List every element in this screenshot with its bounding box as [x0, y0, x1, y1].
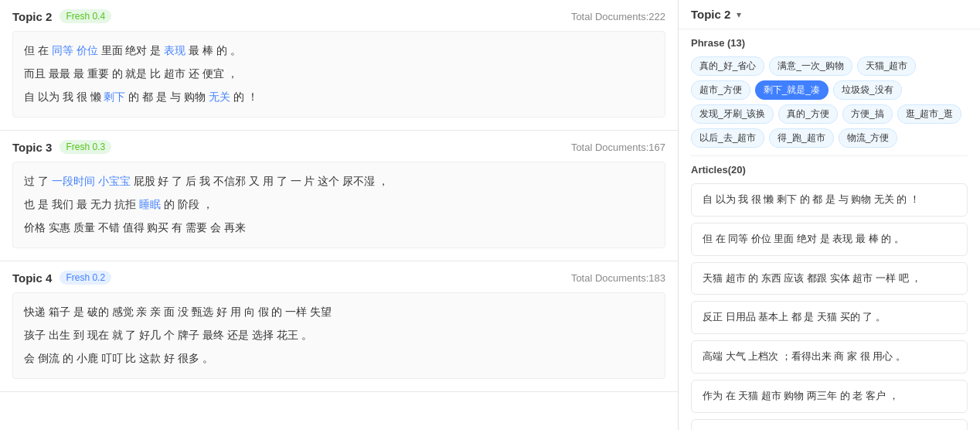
right-panel: Topic 2 ▾ Phrase (13) 真的_好_省心满意_一次_购物天猫_…	[679, 0, 980, 430]
normal-text: 自 以为 我 很 懒	[24, 90, 104, 103]
topic-card-topic-3: Topic 3Fresh 0.3Total Documents:167过 了 一…	[0, 131, 678, 261]
normal-text: 的 阶段 ，	[161, 198, 213, 210]
articles-section: 自 以为 我 很 懒 剩下 的 都 是 与 购物 无关 的 ！但 在 同等 价位…	[679, 180, 980, 430]
normal-text: 的 都 是 与 购物	[125, 90, 208, 103]
article-card: 自 以为 我 很 懒 剩下 的 都 是 与 购物 无关 的 ！	[691, 183, 968, 217]
topic-content: 快递 箱子 是 破的 感觉 亲 亲 面 没 甄选 好 用 向 假 的 一样 失望…	[12, 292, 665, 379]
phrases-container: 真的_好_省心满意_一次_购物天猫_超市超市_方便剩下_就是_凑垃圾袋_没有发现…	[679, 53, 980, 155]
phrase-tag[interactable]: 垃圾袋_没有	[833, 80, 902, 100]
topic-header: Topic 2Fresh 0.4Total Documents:222	[12, 9, 665, 23]
topic-title-row: Topic 3Fresh 0.3	[12, 140, 111, 154]
topic-title-row: Topic 4Fresh 0.2	[12, 271, 111, 285]
phrase-tag[interactable]: 方便_搞	[842, 104, 893, 124]
phrase-tag[interactable]: 剩下_就是_凑	[755, 80, 829, 100]
fresh-badge: Fresh 0.4	[60, 9, 111, 23]
normal-text: 但 在	[24, 44, 52, 56]
right-header[interactable]: Topic 2 ▾	[679, 0, 980, 29]
articles-section-title: Articles(20)	[679, 156, 980, 180]
total-docs: Total Documents:183	[571, 272, 665, 284]
phrase-tag[interactable]: 逛_超市_逛	[897, 104, 961, 124]
total-docs: Total Documents:222	[571, 11, 665, 22]
article-card: 高端 大气 上档次 ；看得出来 商 家 很 用心 。	[691, 340, 968, 374]
topic-title: Topic 4	[12, 271, 52, 285]
article-card: 但 在 同等 价位 里面 绝对 是 表现 最 棒 的 。	[691, 223, 968, 256]
phrase-tag[interactable]: 真的_好_省心	[691, 56, 764, 76]
normal-text: 价格 实惠 质量 不错 值得 购买 有 需要 会 再来	[24, 221, 246, 234]
normal-text: 的 ！	[230, 90, 258, 103]
highlight-text: 无关	[209, 90, 230, 103]
article-card: 作为 在 天猫 超市 购物 两三年 的 老 客户 ，	[691, 380, 968, 413]
topic-title: Topic 2	[12, 10, 52, 23]
normal-text: 孩子 出生 到 现在 就 了 好几 个 牌子 最终 还是 选择 花王 。	[24, 329, 312, 341]
topic-title-row: Topic 2Fresh 0.4	[12, 9, 111, 23]
topic-content: 过 了 一段时间 小宝宝 屁股 好 了 后 我 不信邪 又 用 了 一 片 这个…	[12, 162, 665, 248]
normal-text: 屁股 好 了 后 我 不信邪 又 用 了 一 片 这个 尿不湿 ，	[131, 175, 389, 187]
normal-text: 也 是 我们 最 无力 抗拒	[24, 198, 139, 210]
phrase-tag[interactable]: 真的_方便	[778, 104, 838, 124]
phrase-tag[interactable]: 发现_牙刷_该换	[691, 104, 774, 124]
article-card: 天猫 超市 的 东西 应该 都跟 实体 超市 一样 吧 ，	[691, 262, 968, 295]
topic-card-topic-2: Topic 2Fresh 0.4Total Documents:222但 在 同…	[0, 0, 678, 131]
phrase-section-title: Phrase (13)	[679, 29, 980, 53]
normal-text: 过 了	[24, 175, 52, 187]
article-card: 京东 买 东西 就是 方便 搞 促销 的时候 ，	[691, 419, 968, 430]
normal-text: 最 棒 的 。	[185, 44, 241, 56]
fresh-badge: Fresh 0.3	[60, 140, 111, 154]
total-docs: Total Documents:167	[571, 142, 665, 153]
right-header-title: Topic 2	[691, 8, 730, 21]
normal-text: 里面 绝对 是	[98, 44, 165, 56]
chevron-down-icon[interactable]: ▾	[737, 9, 741, 20]
highlight-text: 剩下	[104, 90, 125, 103]
highlight-text: 一段时间 小宝宝	[52, 175, 131, 187]
highlight-text: 表现	[164, 44, 185, 56]
phrase-tag[interactable]: 物流_方便	[839, 128, 898, 148]
phrase-tag[interactable]: 以后_去_超市	[691, 128, 764, 148]
fresh-badge: Fresh 0.2	[60, 271, 111, 285]
normal-text: 快递 箱子 是 破的 感觉 亲 亲 面 没 甄选 好 用 向 假 的 一样 失望	[24, 305, 332, 318]
topic-header: Topic 4Fresh 0.2Total Documents:183	[12, 271, 665, 285]
article-card: 反正 日用品 基本上 都 是 天猫 买的 了 。	[691, 301, 968, 334]
highlight-text: 睡眠	[139, 198, 161, 210]
normal-text: 而且 最最 最 重要 的 就是 比 超市 还 便宜 ，	[24, 67, 238, 80]
topic-header: Topic 3Fresh 0.3Total Documents:167	[12, 140, 665, 154]
normal-text: 会 倒流 的 小鹿 叮叮 比 这款 好 很多 。	[24, 352, 213, 364]
left-panel: Topic 2Fresh 0.4Total Documents:222但 在 同…	[0, 0, 679, 430]
phrase-tag[interactable]: 天猫_超市	[857, 56, 917, 76]
highlight-text: 同等 价位	[52, 44, 98, 56]
phrase-tag[interactable]: 得_跑_超市	[769, 128, 833, 148]
phrase-tag[interactable]: 满意_一次_购物	[769, 56, 852, 76]
topic-card-topic-4: Topic 4Fresh 0.2Total Documents:183快递 箱子…	[0, 261, 678, 392]
phrase-tag[interactable]: 超市_方便	[691, 80, 750, 100]
topic-title: Topic 3	[12, 141, 52, 154]
topic-content: 但 在 同等 价位 里面 绝对 是 表现 最 棒 的 。而且 最最 最 重要 的…	[12, 31, 665, 118]
